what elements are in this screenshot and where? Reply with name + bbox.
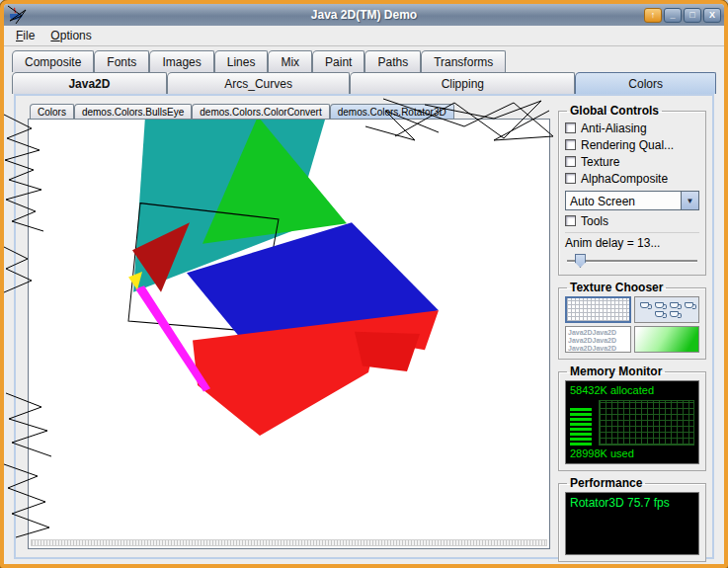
tab-colors-group[interactable]: Colors	[30, 104, 74, 119]
memory-used-label: 28998K used	[570, 447, 694, 460]
texture-tile-cups[interactable]	[634, 296, 700, 323]
coffee-cup-icon	[685, 302, 693, 308]
coffee-cup-icon	[655, 311, 664, 317]
shade-button[interactable]: ↑	[644, 8, 662, 23]
memory-monitor-panel: Memory Monitor 58432K allocated 28998K u…	[558, 365, 706, 471]
checkbox-rendering-quality[interactable]: Rendering Qual...	[565, 136, 699, 153]
global-controls-title: Global Controls	[567, 104, 662, 118]
menu-options[interactable]: Options	[42, 27, 99, 44]
rotator3d-canvas[interactable]	[28, 120, 550, 549]
memory-bar	[570, 443, 592, 446]
checkbox-label: Rendering Qual...	[581, 138, 674, 152]
checkbox-texture[interactable]: Texture	[565, 153, 699, 170]
tab-arcs-curves[interactable]: Arcs_Curves	[167, 72, 350, 94]
memory-bar	[570, 413, 592, 416]
performance-panel: Performance Rotator3D 75.7 fps	[558, 476, 706, 562]
tab-colors[interactable]: Colors	[575, 72, 716, 94]
checkbox-label: Tools	[581, 214, 608, 228]
tab-transforms[interactable]: Transforms	[421, 50, 506, 72]
tab-composite[interactable]: Composite	[12, 50, 94, 72]
tab-row-top: Composite Fonts Images Lines Mix Paint P…	[4, 46, 724, 72]
menu-bar: File Options	[4, 26, 724, 46]
texture-text-line: Java2DJava2D	[568, 345, 628, 353]
performance-title: Performance	[567, 476, 645, 490]
memory-allocated-label: 58432K allocated	[570, 384, 694, 397]
tab-mix[interactable]: Mix	[268, 50, 312, 72]
texture-tile-text[interactable]: Java2DJava2D Java2DJava2D Java2DJava2D	[565, 326, 631, 353]
checkbox-anti-aliasing[interactable]: Anti-Aliasing	[565, 120, 699, 136]
texture-text-line: Java2DJava2D	[568, 337, 628, 345]
global-controls-panel: Global Controls Anti-Aliasing Rendering …	[558, 104, 706, 276]
memory-history-grid	[599, 400, 694, 446]
tab-java2d[interactable]: Java2D	[12, 72, 167, 94]
memory-graph	[570, 400, 694, 446]
demo-area: Colors demos.Colors.BullsEye demos.Color…	[28, 104, 550, 549]
screen-mode-combobox[interactable]: Auto Screen ▼	[565, 191, 699, 210]
texture-text-line: Java2DJava2D	[568, 329, 628, 337]
tab-row-bottom: Java2D Arcs_Curves Clipping Colors	[4, 72, 724, 94]
tab-rotator3d[interactable]: demos.Colors.Rotator3D	[330, 104, 454, 119]
demo-tab-row: Colors demos.Colors.BullsEye demos.Color…	[28, 104, 550, 120]
memory-bar	[570, 418, 592, 421]
window-title: Java 2D(TM) Demo	[4, 8, 724, 22]
chevron-down-icon[interactable]: ▼	[681, 192, 698, 209]
red-lobe-facet	[355, 332, 420, 371]
tab-bullseye[interactable]: demos.Colors.BullsEye	[74, 104, 192, 119]
menu-file[interactable]: File	[8, 27, 42, 44]
combobox-value: Auto Screen	[566, 192, 681, 209]
rotator3d-scene	[29, 120, 549, 548]
slider-thumb[interactable]	[575, 254, 586, 268]
checkbox-label: Anti-Aliasing	[581, 122, 647, 135]
memory-bar	[570, 408, 592, 411]
tab-lines[interactable]: Lines	[214, 50, 269, 72]
texture-tile-gradient[interactable]	[634, 326, 700, 353]
checkbox-alphacomposite[interactable]: AlphaComposite	[565, 170, 699, 187]
anim-delay-slider[interactable]	[567, 253, 697, 269]
minimize-button[interactable]: _	[664, 8, 682, 23]
checkbox-label: AlphaComposite	[581, 172, 668, 186]
texture-chooser-panel: Texture Chooser Java2DJava2D Java2DJava2…	[558, 281, 706, 360]
texture-tiles: Java2DJava2D Java2DJava2D Java2DJava2D	[565, 296, 699, 353]
checkbox-label: Texture	[581, 155, 619, 169]
memory-monitor-title: Memory Monitor	[567, 365, 665, 378]
coffee-cup-icon	[655, 302, 664, 308]
coffee-cup-icon	[640, 302, 649, 308]
slider-track	[567, 260, 697, 262]
title-bar[interactable]: Java 2D(TM) Demo ↑ _ □ X	[4, 4, 724, 26]
tab-fonts[interactable]: Fonts	[94, 50, 149, 72]
window-controls: ↑ _ □ X	[644, 8, 721, 23]
memory-bar	[570, 423, 592, 426]
checkbox-icon	[565, 139, 576, 150]
tab-paths[interactable]: Paths	[364, 50, 421, 72]
texture-tile-grid[interactable]	[565, 296, 631, 323]
coffee-cup-icon	[670, 302, 679, 308]
anim-delay-label: Anim delay = 13...	[565, 232, 699, 250]
fps-reading: Rotator3D 75.7 fps	[570, 496, 694, 510]
maximize-button[interactable]: □	[684, 8, 701, 23]
app-window: Java 2D(TM) Demo ↑ _ □ X File Options Co…	[0, 0, 728, 568]
magenta-sliver	[135, 285, 210, 391]
memory-bar	[570, 433, 592, 436]
checkbox-icon	[565, 156, 576, 167]
tab-images[interactable]: Images	[149, 50, 213, 72]
java-cup-icon	[7, 7, 23, 23]
texture-chooser-title: Texture Chooser	[567, 281, 666, 294]
memory-bar	[570, 428, 592, 431]
close-button[interactable]: X	[703, 8, 721, 23]
coffee-cup-icon	[670, 311, 679, 317]
performance-display: Rotator3D 75.7 fps	[565, 492, 699, 555]
memory-monitor-display: 58432K allocated 28998K used	[565, 380, 699, 464]
canvas-bottom-strip	[31, 539, 547, 546]
checkbox-tools[interactable]: Tools	[565, 212, 699, 229]
checkbox-icon	[565, 215, 576, 226]
tab-clipping[interactable]: Clipping	[350, 72, 575, 94]
checkbox-icon	[565, 122, 576, 133]
tab-paint[interactable]: Paint	[312, 50, 364, 72]
controls-sidebar: Global Controls Anti-Aliasing Rendering …	[558, 104, 706, 549]
memory-bar	[570, 438, 592, 441]
checkbox-icon	[565, 173, 576, 184]
memory-bars	[570, 400, 594, 446]
colors-tab-content: Colors demos.Colors.BullsEye demos.Color…	[14, 94, 714, 559]
tab-colorconvert[interactable]: demos.Colors.ColorConvert	[192, 104, 329, 119]
